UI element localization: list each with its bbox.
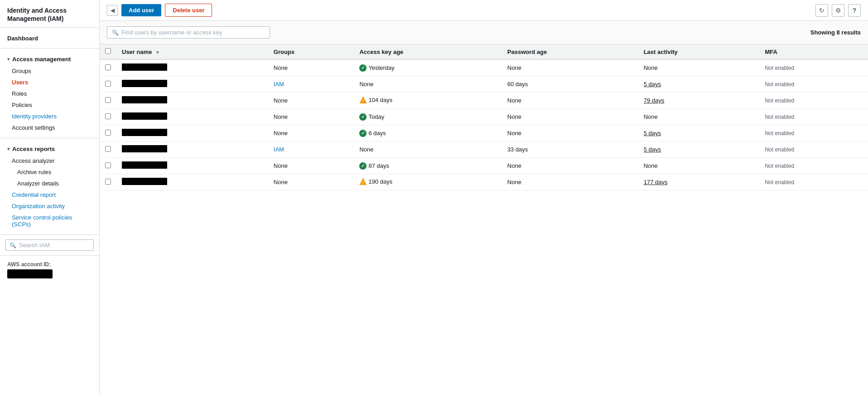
last-activity-cell[interactable]: 177 days: [638, 174, 760, 190]
username-cell[interactable]: [116, 59, 268, 76]
row-checkbox[interactable]: [105, 162, 111, 168]
sidebar-item-credential-report[interactable]: Credential report: [0, 189, 99, 200]
row-checkbox[interactable]: [105, 130, 111, 136]
sidebar-item-policies[interactable]: Policies: [0, 99, 99, 111]
username-cell[interactable]: [116, 109, 268, 125]
access-management-label: Access management: [12, 56, 71, 63]
search-wrapper[interactable]: 🔍: [107, 26, 270, 39]
username-value: [122, 112, 167, 120]
sidebar-search-wrapper[interactable]: 🔍: [5, 239, 94, 251]
delete-user-button[interactable]: Delete user: [165, 4, 212, 17]
sidebar-item-dashboard[interactable]: Dashboard: [0, 32, 99, 44]
settings-button[interactable]: ⚙: [832, 4, 844, 17]
access-key-age-cell: 190 days: [354, 174, 502, 190]
sidebar-search-icon: 🔍: [10, 242, 16, 249]
sidebar-item-users[interactable]: Users: [0, 77, 99, 88]
row-checkbox-cell[interactable]: [100, 174, 116, 190]
username-cell[interactable]: [116, 158, 268, 174]
row-checkbox[interactable]: [105, 97, 111, 103]
row-checkbox-cell[interactable]: [100, 93, 116, 109]
sidebar-group-access-management[interactable]: ▾ Access management: [0, 53, 99, 65]
sidebar-group-access-reports[interactable]: ▾ Access reports: [0, 143, 99, 155]
last-activity-link[interactable]: 5 days: [644, 81, 661, 88]
access-reports-label: Access reports: [12, 146, 55, 152]
table-row: IAMNone60 days5 daysNot enabled: [100, 76, 868, 93]
row-checkbox[interactable]: [105, 64, 111, 70]
last-activity-cell[interactable]: 5 days: [638, 125, 760, 141]
top-bar-left: ◀ Add user Delete user: [107, 4, 212, 17]
last-activity-link[interactable]: 5 days: [644, 146, 661, 153]
top-bar-right: ↻ ⚙ ?: [815, 4, 861, 17]
sidebar-item-account-settings[interactable]: Account settings: [0, 122, 99, 133]
row-checkbox-cell[interactable]: [100, 76, 116, 93]
sidebar-item-identity-providers[interactable]: Identity providers: [0, 111, 99, 122]
username-cell[interactable]: [116, 93, 268, 109]
settings-icon: ⚙: [835, 7, 841, 14]
row-checkbox-cell[interactable]: [100, 141, 116, 158]
sidebar-item-org-activity[interactable]: Organization activity: [0, 200, 99, 212]
account-id-label: AWS account ID:: [7, 261, 92, 268]
last-activity-cell[interactable]: 79 days: [638, 93, 760, 109]
mfa-value: Not enabled: [765, 146, 794, 153]
add-user-button[interactable]: Add user: [121, 4, 161, 16]
groups-cell: None: [268, 59, 354, 76]
access-key-age-cell: ✓Today: [354, 109, 502, 125]
help-button[interactable]: ?: [848, 4, 861, 17]
username-value: [122, 161, 167, 169]
username-value: [122, 63, 167, 71]
sidebar-item-archive-rules[interactable]: Archive rules: [0, 166, 99, 178]
sidebar-item-groups[interactable]: Groups: [0, 65, 99, 77]
row-checkbox[interactable]: [105, 113, 111, 119]
row-checkbox-cell[interactable]: [100, 158, 116, 174]
collapse-sidebar-button[interactable]: ◀: [107, 5, 118, 16]
username-cell[interactable]: [116, 76, 268, 93]
row-checkbox[interactable]: [105, 146, 111, 152]
row-checkbox[interactable]: [105, 179, 111, 185]
col-header-username[interactable]: User name ▼: [116, 44, 268, 59]
last-activity-link[interactable]: 177 days: [644, 179, 668, 185]
row-checkbox-cell[interactable]: [100, 109, 116, 125]
groups-cell[interactable]: IAM: [268, 76, 354, 93]
access-key-age-value: 104 days: [368, 97, 392, 103]
results-count: Showing 8 results: [810, 29, 861, 36]
groups-link[interactable]: IAM: [274, 146, 284, 153]
last-activity-cell[interactable]: 5 days: [638, 141, 760, 158]
access-key-age-value: Today: [368, 113, 384, 120]
sidebar-search-input[interactable]: [19, 242, 90, 249]
username-cell[interactable]: [116, 125, 268, 141]
col-header-groups: Groups: [268, 44, 354, 59]
row-checkbox[interactable]: [105, 81, 111, 87]
access-key-status-warn: 104 days: [359, 96, 392, 103]
mfa-cell: Not enabled: [759, 109, 868, 125]
last-activity-cell[interactable]: 5 days: [638, 76, 760, 93]
users-table-wrapper: User name ▼ Groups Access key age Passwo…: [100, 44, 868, 190]
search-icon: 🔍: [112, 29, 119, 36]
mfa-cell: Not enabled: [759, 93, 868, 109]
mfa-value: Not enabled: [765, 179, 794, 185]
row-checkbox-cell[interactable]: [100, 59, 116, 76]
refresh-button[interactable]: ↻: [815, 4, 828, 17]
mfa-cell: Not enabled: [759, 158, 868, 174]
username-cell[interactable]: [116, 141, 268, 158]
username-cell[interactable]: [116, 174, 268, 190]
select-all-checkbox[interactable]: [105, 48, 111, 54]
select-all-header[interactable]: [100, 44, 116, 59]
row-checkbox-cell[interactable]: [100, 125, 116, 141]
groups-cell: None: [268, 93, 354, 109]
groups-cell[interactable]: IAM: [268, 141, 354, 158]
sidebar-item-analyzer-details[interactable]: Analyzer details: [0, 178, 99, 189]
sidebar-header: Identity and Access Management (IAM): [0, 0, 99, 28]
account-id-value: [7, 269, 53, 278]
sidebar-item-roles[interactable]: Roles: [0, 88, 99, 99]
sidebar-account-section: AWS account ID:: [0, 256, 99, 284]
password-age-cell: 60 days: [502, 76, 638, 93]
sidebar-item-scp[interactable]: Service control policies (SCPs): [0, 212, 99, 230]
users-table: User name ▼ Groups Access key age Passwo…: [100, 44, 868, 190]
search-input[interactable]: [121, 29, 265, 36]
mfa-cell: Not enabled: [759, 76, 868, 93]
sidebar-item-access-analyzer[interactable]: Access analyzer: [0, 155, 99, 166]
last-activity-link[interactable]: 5 days: [644, 130, 661, 137]
table-row: None✓TodayNoneNoneNot enabled: [100, 109, 868, 125]
last-activity-link[interactable]: 79 days: [644, 97, 665, 104]
groups-link[interactable]: IAM: [274, 81, 284, 88]
